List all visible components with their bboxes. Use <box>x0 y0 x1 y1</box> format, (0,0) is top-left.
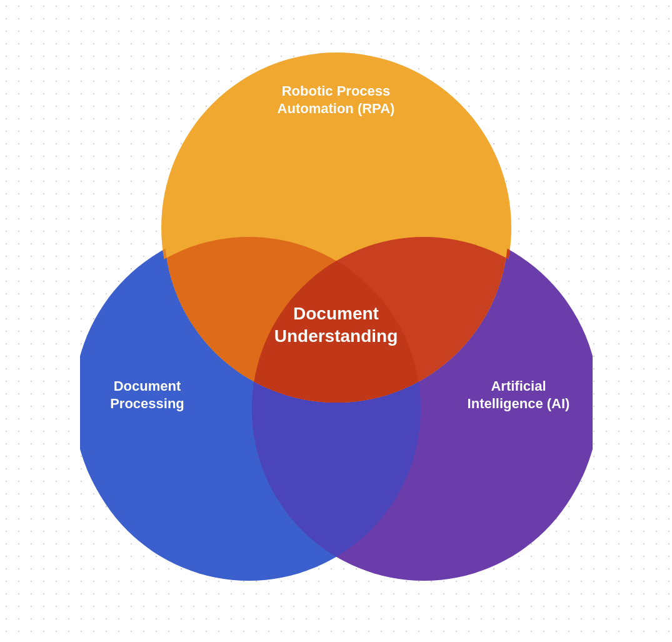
venn-diagram-container: Robotic Process Automation (RPA) Documen… <box>80 40 593 603</box>
venn-svg-main <box>80 40 593 603</box>
